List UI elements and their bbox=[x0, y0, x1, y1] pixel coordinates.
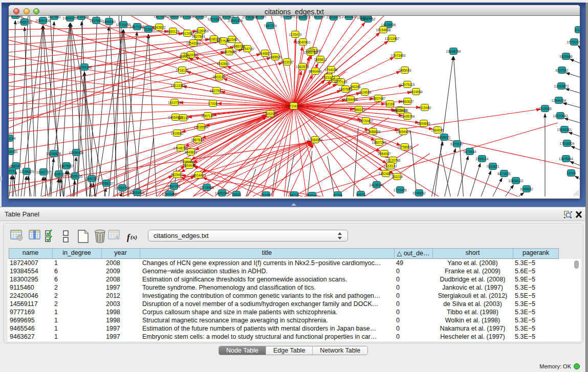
svg-text:20691406: 20691406 bbox=[342, 16, 357, 18]
svg-text:6379197: 6379197 bbox=[450, 142, 464, 146]
svg-text:11123: 11123 bbox=[574, 28, 580, 32]
svg-text:16154838: 16154838 bbox=[376, 28, 391, 32]
svg-text:14136141: 14136141 bbox=[369, 183, 384, 187]
svg-text:16210643: 16210643 bbox=[553, 114, 568, 118]
svg-text:6899695: 6899695 bbox=[417, 122, 430, 125]
svg-text:87746: 87746 bbox=[333, 193, 342, 197]
svg-text:7663822: 7663822 bbox=[153, 26, 166, 29]
svg-text:10961768: 10961768 bbox=[303, 51, 318, 54]
svg-text:9146821: 9146821 bbox=[258, 52, 272, 55]
svg-text:9463627: 9463627 bbox=[401, 100, 414, 103]
svg-text:13505135: 13505135 bbox=[68, 174, 83, 178]
svg-text:9329966: 9329966 bbox=[559, 55, 573, 58]
svg-text:19099483: 19099483 bbox=[180, 160, 195, 164]
svg-text:1527602: 1527602 bbox=[48, 16, 61, 18]
svg-text:1588520: 1588520 bbox=[269, 55, 282, 59]
svg-text:1527602: 1527602 bbox=[253, 16, 267, 18]
svg-text:16033809: 16033809 bbox=[208, 17, 223, 21]
svg-text:39151: 39151 bbox=[9, 169, 16, 173]
svg-text:9084067: 9084067 bbox=[378, 152, 391, 156]
svg-text:15716485: 15716485 bbox=[200, 186, 214, 189]
svg-text:8427552: 8427552 bbox=[210, 89, 223, 93]
svg-text:10719155: 10719155 bbox=[116, 23, 131, 27]
svg-text:8990448: 8990448 bbox=[309, 70, 322, 73]
svg-text:10719155: 10719155 bbox=[74, 16, 89, 18]
svg-text:7986372: 7986372 bbox=[352, 108, 365, 112]
svg-text:746266: 746266 bbox=[350, 85, 361, 89]
svg-text:12156829: 12156829 bbox=[19, 170, 34, 173]
svg-text:12093872: 12093872 bbox=[554, 84, 569, 88]
svg-text:3215955: 3215955 bbox=[538, 107, 552, 111]
svg-text:15751074: 15751074 bbox=[567, 40, 580, 44]
svg-text:15720407: 15720407 bbox=[359, 119, 374, 123]
svg-text:23875645: 23875645 bbox=[222, 50, 237, 54]
svg-text:12975115: 12975115 bbox=[400, 83, 415, 86]
svg-text:7955812: 7955812 bbox=[314, 58, 327, 61]
svg-text:15692361: 15692361 bbox=[557, 128, 572, 132]
svg-text:17046766: 17046766 bbox=[173, 146, 188, 150]
svg-text:1527602: 1527602 bbox=[154, 16, 167, 18]
svg-text:3267130: 3267130 bbox=[201, 114, 214, 118]
svg-text:8471626: 8471626 bbox=[497, 172, 511, 176]
svg-text:9777169: 9777169 bbox=[334, 80, 347, 84]
svg-text:132546: 132546 bbox=[226, 38, 237, 41]
svg-text:1362615: 1362615 bbox=[296, 65, 309, 69]
svg-text:2803144: 2803144 bbox=[212, 75, 226, 79]
svg-text:8322037: 8322037 bbox=[280, 60, 294, 64]
svg-text:1916682: 1916682 bbox=[170, 132, 184, 135]
svg-text:1527602: 1527602 bbox=[90, 19, 103, 23]
svg-text:3860124: 3860124 bbox=[166, 30, 180, 33]
svg-text:9245652: 9245652 bbox=[520, 187, 533, 191]
svg-text:1615132: 1615132 bbox=[384, 164, 397, 168]
svg-text:12342737: 12342737 bbox=[36, 170, 51, 174]
svg-text:84716: 84716 bbox=[290, 193, 299, 197]
svg-text:23302035: 23302035 bbox=[263, 112, 278, 116]
svg-text:21161559: 21161559 bbox=[220, 16, 234, 18]
svg-text:23226053: 23226053 bbox=[194, 29, 209, 33]
svg-text:9457791: 9457791 bbox=[167, 185, 181, 188]
svg-text:9245652: 9245652 bbox=[412, 191, 426, 195]
svg-text:12213967: 12213967 bbox=[385, 37, 400, 40]
svg-text:2718126: 2718126 bbox=[176, 69, 189, 72]
svg-text:23487652: 23487652 bbox=[361, 17, 376, 21]
svg-text:23975867: 23975867 bbox=[59, 164, 74, 168]
svg-text:8938921: 8938921 bbox=[438, 136, 451, 139]
svg-text:3587833: 3587833 bbox=[191, 138, 204, 142]
svg-text:23420046: 23420046 bbox=[184, 53, 199, 57]
svg-text:1125419: 1125419 bbox=[289, 33, 302, 36]
svg-text:16914479: 16914479 bbox=[191, 173, 206, 177]
svg-text:12034: 12034 bbox=[567, 171, 576, 175]
svg-text:17359938: 17359938 bbox=[69, 151, 84, 155]
svg-text:13495794: 13495794 bbox=[400, 115, 415, 118]
svg-text:(x): (x) bbox=[130, 234, 137, 240]
svg-text:3624554: 3624554 bbox=[409, 90, 423, 94]
svg-text:16533: 16533 bbox=[232, 193, 241, 196]
svg-text:1964095: 1964095 bbox=[431, 128, 444, 132]
svg-text:10807487: 10807487 bbox=[371, 97, 386, 100]
svg-text:20691406: 20691406 bbox=[36, 19, 51, 23]
svg-text:20691406: 20691406 bbox=[228, 19, 243, 23]
svg-text:3624554: 3624554 bbox=[358, 91, 372, 94]
svg-text:345061: 345061 bbox=[10, 164, 21, 168]
svg-text:21316475: 21316475 bbox=[326, 16, 341, 19]
svg-text:9115460: 9115460 bbox=[419, 106, 431, 110]
svg-text:9227342: 9227342 bbox=[555, 69, 569, 72]
svg-text:9081144: 9081144 bbox=[9, 137, 16, 140]
svg-text:20053346: 20053346 bbox=[77, 65, 92, 69]
svg-text:1909948: 1909948 bbox=[183, 164, 196, 167]
svg-text:252214: 252214 bbox=[391, 175, 403, 179]
svg-text:122133: 122133 bbox=[178, 116, 189, 120]
svg-text:9794028: 9794028 bbox=[324, 68, 338, 72]
svg-text:16782759: 16782759 bbox=[115, 186, 130, 190]
svg-text:12213363: 12213363 bbox=[171, 84, 186, 87]
svg-text:8454749: 8454749 bbox=[241, 47, 254, 51]
svg-text:1733426: 1733426 bbox=[394, 188, 407, 192]
svg-text:10688609: 10688609 bbox=[366, 130, 381, 134]
svg-text:16120746: 16120746 bbox=[386, 159, 401, 162]
svg-text:3449822: 3449822 bbox=[184, 150, 198, 154]
svg-text:29593103: 29593103 bbox=[296, 16, 311, 19]
svg-text:12923448: 12923448 bbox=[162, 192, 177, 196]
svg-text:10433218: 10433218 bbox=[9, 16, 23, 17]
svg-text:7632621: 7632621 bbox=[486, 165, 499, 168]
svg-text:17016504: 17016504 bbox=[560, 142, 575, 145]
